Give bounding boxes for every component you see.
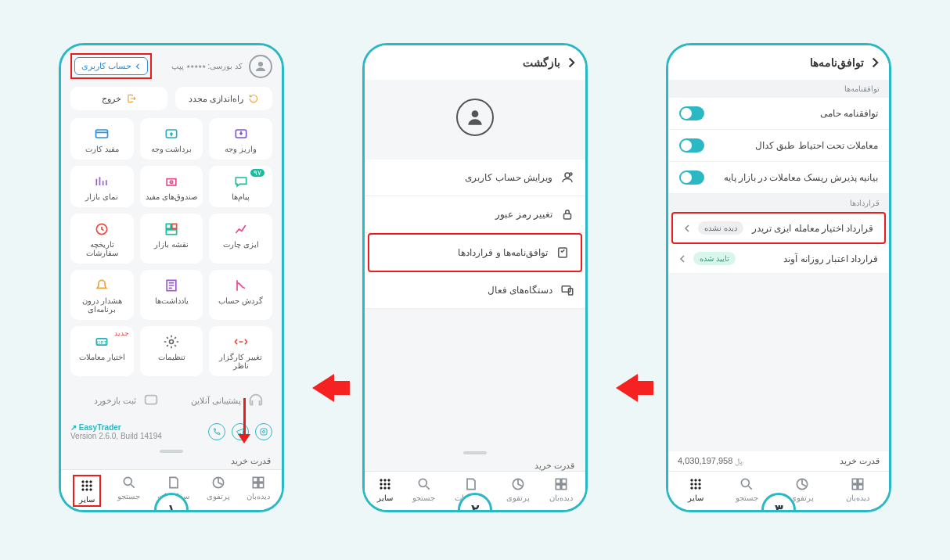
tile-options-label: اختیار معاملات — [79, 353, 125, 361]
nav-search[interactable]: جستجو — [117, 475, 140, 507]
svg-rect-19 — [259, 477, 264, 482]
svg-point-68 — [694, 487, 696, 490]
agreements-header[interactable]: توافق‌نامه‌ها — [668, 45, 889, 80]
svg-point-69 — [698, 487, 700, 490]
call-icon[interactable] — [208, 423, 225, 440]
feedback-card[interactable]: ثبت بازخورد — [70, 384, 167, 417]
account-button[interactable]: حساب کاربری — [74, 57, 148, 75]
svg-rect-7 — [166, 224, 171, 228]
svg-point-50 — [384, 483, 387, 486]
support-card[interactable]: پشتیبانی آنلاین — [175, 384, 272, 417]
toggle-switch-on[interactable] — [679, 138, 704, 153]
tile-fund[interactable]: صندوق‌های مفید — [140, 166, 203, 207]
item-edit-account[interactable]: ویرایش حساب کاربری — [365, 160, 585, 196]
svg-rect-18 — [254, 477, 258, 482]
toggle-switch-on[interactable] — [679, 171, 704, 185]
nav-portfolio[interactable]: پرتفوی — [506, 476, 530, 502]
svg-rect-37 — [559, 248, 567, 257]
tile-notes[interactable]: یادداشت‌ها — [140, 270, 203, 320]
nav-watch[interactable]: دیده‌بان — [246, 475, 270, 507]
section-agreements-label: توافقنامه‌ها — [668, 80, 889, 98]
toggle-codal-label: معاملات تحت احتیاط طبق کدال — [755, 140, 878, 151]
contract-option-trade[interactable]: قرارداد اختیار معامله ایزی تریدر دیده نش… — [671, 212, 886, 244]
item-devices[interactable]: دستگاه‌های فعال — [365, 272, 585, 309]
tutorial-canvas: کد بورسی: ٭٭٭٭٭ پپپ حساب کاربری راه‌اندا… — [0, 0, 950, 560]
messages-badge: ۹۷ — [250, 169, 264, 177]
svg-point-65 — [694, 483, 696, 486]
contract-avand-credit[interactable]: قرارداد اعتبار روزانه آوند تایید شده — [668, 244, 889, 274]
tile-messages[interactable]: ۹۷پیام‌ها — [209, 166, 272, 207]
agreements-label: توافق‌نامه‌ها و قراردادها — [458, 247, 548, 258]
tile-map[interactable]: نقشه بازار — [140, 214, 203, 264]
buy-power-row: قدرت خرید ﷼ 4,030,197,958 — [668, 451, 889, 471]
app-version: Version 2.6.0, Build 14194 — [70, 432, 162, 440]
phone-step-3: توافق‌نامه‌ها توافقنامه‌ها توافقنامه حام… — [666, 43, 891, 512]
svg-point-12 — [170, 340, 174, 344]
new-badge: جدید — [114, 329, 129, 337]
tile-settings[interactable]: تنظیمات — [140, 326, 203, 376]
menu-grid: واریز وجه برداشت وجه مفید کارت ۹۷پیام‌ها… — [61, 118, 282, 376]
svg-point-34 — [565, 173, 570, 178]
tile-broker-label: تغییر کارگزار ناظر — [212, 353, 269, 370]
tile-chart[interactable]: ایزی چارت — [209, 214, 272, 264]
nav-search[interactable]: جستجو — [412, 476, 435, 502]
svg-rect-58 — [858, 485, 863, 490]
buy-power-label: قدرت خرید — [61, 456, 282, 469]
edit-account-label: ویرایش حساب کاربری — [465, 172, 552, 183]
restart-label: راه‌اندازی مجدد — [189, 94, 243, 104]
svg-point-51 — [388, 483, 390, 486]
feedback-label: ثبت بازخورد — [94, 396, 136, 406]
item-agreements[interactable]: توافق‌نامه‌ها و قراردادها — [368, 233, 582, 272]
settings-list: ویرایش حساب کاربری تغییر رمز عبور توافق‌… — [365, 160, 585, 309]
toggle-hami[interactable]: توافقنامه حامی — [668, 98, 889, 130]
svg-point-28 — [86, 485, 88, 487]
toggle-risk[interactable]: بیانیه پذیرش ریسک معاملات در بازار پایه — [668, 162, 889, 194]
devices-label: دستگاه‌های فعال — [488, 285, 552, 296]
back-header[interactable]: بازگشت — [365, 45, 585, 80]
svg-point-54 — [388, 487, 390, 490]
nav-portfolio[interactable]: پرتفوی — [790, 476, 814, 502]
nav-watch[interactable]: دیده‌بان — [549, 476, 573, 502]
contract1-label: قرارداد اختیار معامله ایزی تریدر — [752, 223, 873, 234]
tile-options[interactable]: جدیدOPTاختیار معاملات — [70, 326, 134, 376]
tile-deposit[interactable]: واریز وجه — [209, 118, 272, 160]
tile-alert[interactable]: هشدار درون برنامه‌ای — [70, 270, 134, 320]
tile-broker[interactable]: تغییر کارگزار ناظر — [209, 326, 272, 376]
logout-button[interactable]: خروج — [70, 87, 167, 110]
buy-power-amount: 4,030,197,958 — [678, 456, 732, 465]
svg-point-23 — [124, 477, 131, 485]
svg-point-62 — [694, 479, 696, 482]
tile-turnover[interactable]: گردش حساب — [209, 270, 272, 320]
item-change-password[interactable]: تغییر رمز عبور — [365, 196, 585, 233]
account-button-highlight: حساب کاربری — [70, 53, 152, 79]
tile-turnover-label: گردش حساب — [218, 296, 263, 305]
toggle-risk-label: بیانیه پذیرش ریسک معاملات در بازار پایه — [724, 172, 878, 183]
tile-card[interactable]: مفید کارت — [70, 118, 134, 160]
toggle-codal[interactable]: معاملات تحت احتیاط طبق کدال — [668, 130, 889, 162]
svg-rect-20 — [254, 483, 258, 488]
svg-rect-40 — [556, 479, 560, 483]
svg-point-6 — [170, 181, 172, 183]
tile-history-label: تاریخچه سفارشات — [74, 240, 131, 257]
contract1-status: دیده نشده — [698, 221, 743, 235]
nav-search[interactable]: جستجو — [736, 476, 758, 502]
tile-withdraw[interactable]: برداشت وجه — [140, 118, 203, 160]
svg-point-24 — [82, 481, 85, 483]
nav-more[interactable]: سایر — [688, 476, 704, 502]
tile-withdraw-label: برداشت وجه — [151, 145, 193, 153]
avatar-large — [365, 80, 585, 155]
toggle-hami-label: توافقنامه حامی — [820, 108, 878, 119]
nav-portfolio[interactable]: پرتفوی — [207, 475, 230, 507]
nav-watch[interactable]: دیده‌بان — [846, 476, 869, 502]
nav-more[interactable]: سایر — [377, 476, 393, 502]
nav-more[interactable]: سایر — [73, 475, 101, 507]
instagram-icon[interactable] — [255, 423, 272, 440]
toggle-switch-on[interactable] — [679, 106, 704, 120]
svg-point-48 — [388, 479, 390, 482]
restart-button[interactable]: راه‌اندازی مجدد — [175, 87, 272, 110]
tile-history[interactable]: تاریخچه سفارشات — [70, 214, 134, 264]
tile-market[interactable]: نمای بازار — [70, 166, 134, 207]
avatar-icon — [249, 55, 272, 78]
svg-rect-8 — [172, 224, 177, 228]
svg-rect-5 — [167, 179, 176, 185]
